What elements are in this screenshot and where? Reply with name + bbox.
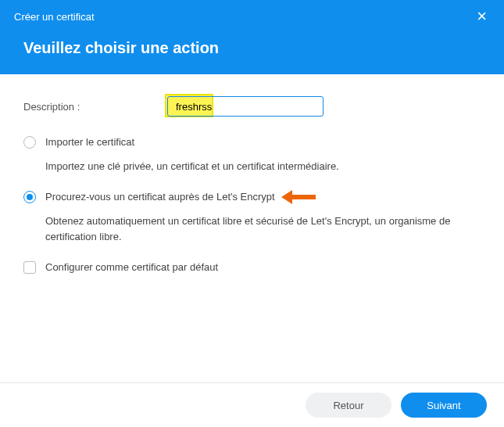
dialog-header: Créer un certificat × Veuillez choisir u… [0,0,504,74]
option-import-desc: Importez une clé privée, un certificat e… [45,159,481,174]
option-letsencrypt-label: Procurez-vous un certificat auprès de Le… [45,190,316,204]
title-bar: Créer un certificat × [0,0,504,28]
option-import[interactable]: Importer le certificat [23,135,481,149]
checkbox-default[interactable] [23,261,36,274]
window-title: Créer un certificat [14,11,474,23]
back-button[interactable]: Retour [306,393,391,418]
dialog-subtitle: Veuillez choisir une action [0,28,504,74]
description-input-wrap [167,96,323,117]
option-letsencrypt-text: Procurez-vous un certificat auprès de Le… [45,190,275,204]
next-button[interactable]: Suivant [401,393,487,418]
option-import-label: Importer le certificat [45,135,134,149]
option-default[interactable]: Configurer comme certificat par défaut [23,260,481,274]
dialog-footer: Retour Suivant [0,382,504,427]
option-letsencrypt-desc: Obtenez automatiquement un certificat li… [45,214,481,245]
description-row: Description : [23,96,481,117]
dialog-content: Description : Importer le certificat Imp… [0,74,504,274]
description-input[interactable] [167,96,323,117]
arrow-left-icon [281,190,316,204]
option-default-label: Configurer comme certificat par défaut [45,260,218,274]
radio-import[interactable] [23,136,36,149]
radio-letsencrypt[interactable] [23,191,36,203]
option-letsencrypt[interactable]: Procurez-vous un certificat auprès de Le… [23,190,481,204]
description-label: Description : [23,101,167,113]
close-icon[interactable]: × [474,8,490,25]
